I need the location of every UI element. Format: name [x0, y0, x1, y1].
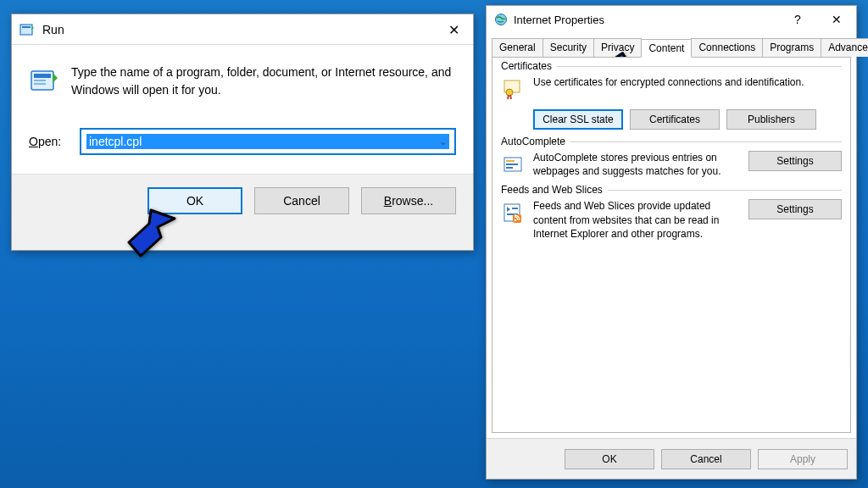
inet-cancel-button[interactable]: Cancel	[661, 449, 751, 469]
svg-point-6	[496, 14, 507, 25]
svg-rect-3	[34, 74, 51, 78]
clear-ssl-state-button[interactable]: Clear SSL state	[533, 109, 623, 130]
group-feeds: Feeds and Web Slices Feeds and Web Slice…	[501, 190, 842, 241]
certificates-button[interactable]: Certificates	[630, 109, 720, 130]
autocomplete-text: AutoComplete stores previous entries on …	[533, 151, 740, 178]
run-title: Run	[42, 23, 64, 36]
certificate-icon	[501, 77, 525, 101]
group-autocomplete-legend: AutoComplete	[501, 136, 570, 147]
feeds-icon	[501, 201, 525, 225]
inet-tabs: General Security Privacy Content Connect…	[487, 38, 856, 57]
run-description: Type the name of a program, folder, docu…	[71, 64, 456, 99]
close-icon: ✕	[448, 22, 459, 38]
group-autocomplete: AutoComplete AutoComplete stores previou…	[501, 141, 842, 178]
tab-connections[interactable]: Connections	[691, 38, 763, 57]
svg-rect-5	[34, 83, 46, 85]
inet-content-page: Certificates Use certificates for encryp…	[492, 57, 851, 433]
open-combobox[interactable]: ⌄	[80, 128, 456, 155]
feeds-settings-button[interactable]: Settings	[748, 199, 842, 219]
tab-general[interactable]: General	[492, 38, 543, 57]
run-dialog: Run ✕ Type the name of a program, folder…	[11, 14, 474, 251]
group-certificates: Certificates Use certificates for encryp…	[501, 66, 842, 130]
help-icon: ?	[794, 13, 801, 26]
inet-footer: OK Cancel Apply	[487, 438, 856, 479]
tab-privacy[interactable]: Privacy	[593, 38, 642, 57]
globe-icon	[493, 12, 509, 27]
close-button[interactable]: ✕	[434, 14, 473, 45]
tab-security[interactable]: Security	[542, 38, 594, 57]
close-button[interactable]: ✕	[817, 6, 856, 33]
open-input[interactable]	[86, 134, 449, 149]
run-body: Type the name of a program, folder, docu…	[12, 45, 473, 123]
help-button[interactable]: ?	[778, 6, 817, 33]
publishers-button[interactable]: Publishers	[726, 109, 816, 130]
browse-button[interactable]: Browse...	[361, 187, 456, 214]
svg-rect-11	[506, 164, 518, 165]
svg-rect-14	[512, 208, 518, 209]
cancel-button[interactable]: Cancel	[254, 187, 349, 214]
chevron-down-icon[interactable]: ⌄	[439, 136, 448, 147]
close-icon: ✕	[832, 13, 842, 26]
internet-properties-dialog: Internet Properties ? ✕ General Security…	[486, 5, 857, 480]
group-certificates-legend: Certificates	[501, 60, 557, 72]
svg-point-17	[515, 219, 517, 222]
tab-advanced[interactable]: Advanced	[821, 38, 868, 57]
autocomplete-settings-button[interactable]: Settings	[748, 151, 842, 171]
ok-button[interactable]: OK	[147, 187, 242, 214]
svg-rect-10	[506, 160, 515, 162]
svg-rect-12	[506, 167, 513, 169]
certificates-text: Use certificates for encrypted connectio…	[533, 75, 842, 89]
tab-content[interactable]: Content	[641, 39, 692, 58]
run-button-row: OK Cancel Browse...	[12, 174, 473, 226]
autocomplete-icon	[501, 152, 525, 176]
inet-apply-button[interactable]: Apply	[758, 449, 848, 469]
inet-ok-button[interactable]: OK	[565, 449, 654, 469]
run-icon	[19, 21, 36, 38]
run-open-row: Open: ⌄	[12, 123, 473, 174]
svg-rect-0	[20, 25, 32, 35]
tab-programs[interactable]: Programs	[762, 38, 821, 57]
svg-point-8	[506, 89, 513, 96]
open-label: Open:	[29, 135, 68, 148]
inet-title: Internet Properties	[514, 14, 604, 26]
feeds-text: Feeds and Web Slices provide updated con…	[533, 199, 740, 241]
inet-titlebar[interactable]: Internet Properties ? ✕	[487, 6, 856, 33]
group-feeds-legend: Feeds and Web Slices	[501, 184, 608, 196]
run-large-icon	[29, 65, 59, 96]
svg-rect-1	[22, 26, 31, 28]
svg-rect-4	[34, 80, 46, 81]
run-titlebar[interactable]: Run ✕	[12, 14, 473, 45]
